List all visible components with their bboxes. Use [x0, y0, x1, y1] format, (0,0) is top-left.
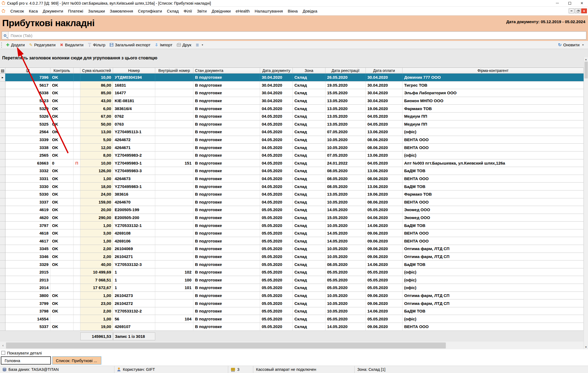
table-row[interactable]: 2564OK13,00YZ70495113-1В подготовке04.05…: [0, 128, 584, 136]
menu-item[interactable]: Список: [8, 7, 26, 15]
table-row[interactable]: 3798OK2,00YZ70533132-2В подготовке05.05.…: [0, 307, 584, 315]
table-row[interactable]: 3332OK126,00YZ70495983-3В подготовке04.0…: [0, 167, 584, 175]
table-row[interactable]: 2565OK8,00YZ70495983-2В подготовке04.05.…: [0, 151, 584, 159]
mdi-restore-button[interactable]: [575, 8, 581, 13]
table-cell: YZ70495983-1: [113, 159, 155, 167]
table-cell: OK: [50, 74, 74, 81]
table-row[interactable]: 3337OK159,004264670В подготовке04.05.202…: [0, 198, 584, 206]
table-row[interactable]: 5326OK67,000762В подготовке04.05.2020Скл…: [0, 113, 584, 120]
column-header[interactable]: Дата документу: [260, 68, 293, 74]
toolbar-button[interactable]: Загальний експорт: [108, 42, 153, 48]
toolbar-button[interactable]: ⇩Імпорт: [153, 42, 174, 48]
table-row[interactable]: 5617OK86,0016831В подготовке30.04.2020Ск…: [0, 81, 584, 89]
search-input[interactable]: [8, 32, 586, 39]
menu-item[interactable]: Вікна: [285, 7, 300, 15]
table-row[interactable]: 3330OK18,00YZ70495983-1В подготовке04.05…: [0, 183, 584, 190]
table-row[interactable]: 3331OK1,004264673В подготовке04.05.2020С…: [0, 175, 584, 183]
menu-item[interactable]: Платежі: [66, 7, 86, 15]
table-row[interactable]: 5330OK24,00383616В подготовке04.05.2020С…: [0, 190, 584, 198]
table-row[interactable]: 3800OK1,0026104273В подготовке05.05.2020…: [0, 292, 584, 300]
table-cell: 4617: [5, 237, 50, 245]
table-row[interactable]: 4618OK3,004269108В подготовке05.05.2020С…: [0, 229, 584, 237]
tab-home[interactable]: Головна: [1, 356, 51, 365]
table-row[interactable]: 5338OK85,0016477В подготовке30.04.2020Ск…: [0, 89, 584, 97]
menu-item[interactable]: eHealth: [233, 7, 252, 15]
column-header[interactable]: Номер: [113, 68, 155, 74]
column-header[interactable]: Контроль: [50, 68, 74, 74]
minimize-button[interactable]: [551, 0, 563, 6]
mdi-close-button[interactable]: x: [581, 8, 587, 13]
column-header[interactable]: [74, 68, 80, 74]
table-row[interactable]: 3338OK12,004264671В подготовке04.05.2020…: [0, 144, 584, 151]
vertical-scroll-thumb[interactable]: [584, 62, 588, 78]
group-by-zone[interactable]: Перетягніть заголовок колонки сюди для у…: [0, 49, 588, 68]
column-header[interactable]: Дата реестрації: [325, 68, 366, 74]
table-cell: 14.05.2020: [325, 323, 366, 331]
table-row[interactable]: 5323OK43,00KIE-08181В подготовке30.04.20…: [0, 97, 584, 105]
table-row[interactable]: 4620OK290,00E200505-200В подготовке05.05…: [0, 214, 584, 222]
toolbar-button[interactable]: ✖Видалити: [58, 42, 86, 48]
menu-item[interactable]: Філії: [181, 7, 194, 15]
table-row[interactable]: 5337OK19,004269107В подготовке05.05.2020…: [0, 323, 584, 331]
table-row[interactable]: 145541,0056104В подготовке05.05.2020Скла…: [0, 315, 584, 323]
menu-item[interactable]: Сертифікати: [136, 7, 164, 15]
toolbar-button[interactable]: ✎Редагувати: [27, 42, 58, 48]
user-icon: [117, 368, 121, 371]
column-header[interactable]: ІД: [5, 68, 50, 74]
menu-item[interactable]: Залишки: [86, 7, 108, 15]
scroll-up-icon[interactable]: ▲: [584, 57, 588, 62]
menu-item[interactable]: Довідники: [209, 7, 233, 15]
refresh-button[interactable]: ↻ Оновити ▾: [556, 42, 587, 48]
toolbar-button[interactable]: Фільтр: [86, 42, 107, 48]
menu-item[interactable]: Каса: [26, 7, 40, 15]
table-cell: 08.05.2020: [325, 183, 366, 190]
menu-item[interactable]: Склад: [164, 7, 181, 15]
menu-item[interactable]: Звіти: [194, 7, 209, 15]
search-icon[interactable]: [2, 32, 8, 39]
show-details-checkbox[interactable]: [1, 351, 5, 355]
table-row[interactable]: 3799OK23,0026104272В подготовке05.05.202…: [0, 299, 584, 307]
mdi-minimize-button[interactable]: [569, 8, 574, 13]
table-row[interactable]: ▸7396OK10,00УТДМ0304194В подготовке30.04…: [0, 74, 584, 81]
scroll-down-icon[interactable]: ▼: [584, 345, 588, 349]
menu-item[interactable]: Замовлення: [107, 7, 135, 15]
table-row[interactable]: 201417 672,671101В подготовке05.05.2020С…: [0, 284, 584, 292]
table-row[interactable]: 20137 068,511100В подготовке05.05.2020Ск…: [0, 276, 584, 284]
menu-item[interactable]: Документи: [40, 7, 66, 15]
close-button[interactable]: ×: [576, 0, 588, 6]
table-row[interactable]: 5329OK6,00383616/4В подготовке04.05.2020…: [0, 105, 584, 113]
toolbar-grip[interactable]: [1, 42, 2, 48]
column-header[interactable]: Фірма-контрагент: [403, 68, 584, 74]
table-row[interactable]: 5325OK50,000763В подготовке04.05.2020Скл…: [0, 120, 584, 128]
column-header[interactable]: Сума кількостей: [80, 68, 113, 74]
table-row[interactable]: 3346OK2,0026104271В подготовке05.05.2020…: [0, 253, 584, 261]
maximize-button[interactable]: [563, 0, 576, 6]
column-header[interactable]: Дата оплати: [366, 68, 403, 74]
menu-item[interactable]: Налаштування: [252, 7, 285, 15]
table-row[interactable]: 3329OK40,00YZ70533132-3В подготовке05.05…: [0, 260, 584, 268]
column-header[interactable]: Зона: [293, 68, 325, 74]
table-cell: 13.05.2020: [325, 105, 366, 113]
horizontal-scroll-thumb[interactable]: [6, 342, 446, 348]
grid-corner-cell[interactable]: ▤: [0, 68, 5, 74]
table-cell: 30.04.2020: [366, 97, 403, 105]
vertical-scrollbar[interactable]: ▲ ▼: [584, 57, 588, 349]
table-row[interactable]: 3345OK2,0026104069В подготовке05.05.2020…: [0, 245, 584, 253]
tab-list-invoices[interactable]: Список: Прибуткові ...: [52, 356, 101, 365]
table-cell: 09.06.2020: [366, 299, 403, 307]
table-row[interactable]: 3339OK5,004264672В подготовке04.05.2020С…: [0, 136, 584, 144]
toolbar-button[interactable]: Друк: [175, 42, 193, 48]
column-header[interactable]: Стан документа: [193, 68, 260, 74]
horizontal-scrollbar[interactable]: ‹ ›: [0, 341, 588, 349]
toolbar-button[interactable]: ✚Додати: [4, 42, 27, 48]
table-row[interactable]: 201510 499,691102В подготовке05.05.2020С…: [0, 268, 584, 276]
pencil-icon: ✎: [29, 43, 33, 47]
table-row[interactable]: 4619OK20,00E200505-199В подготовке05.05.…: [0, 206, 584, 214]
scroll-left-icon[interactable]: ‹: [0, 343, 6, 347]
table-row[interactable]: 4617OK1,004269106В подготовке05.05.2020С…: [0, 237, 584, 245]
list-options-button[interactable]: ≣ ▾: [193, 42, 206, 48]
column-header[interactable]: Внутрішній номер: [155, 68, 193, 74]
menu-item[interactable]: Довідка: [300, 7, 320, 15]
table-row[interactable]: 3797OK1,00YZ70533132-1В подготовке05.05.…: [0, 222, 584, 229]
table-row[interactable]: 636630П10,00YZ70495983-1151В подготовке0…: [0, 159, 584, 167]
